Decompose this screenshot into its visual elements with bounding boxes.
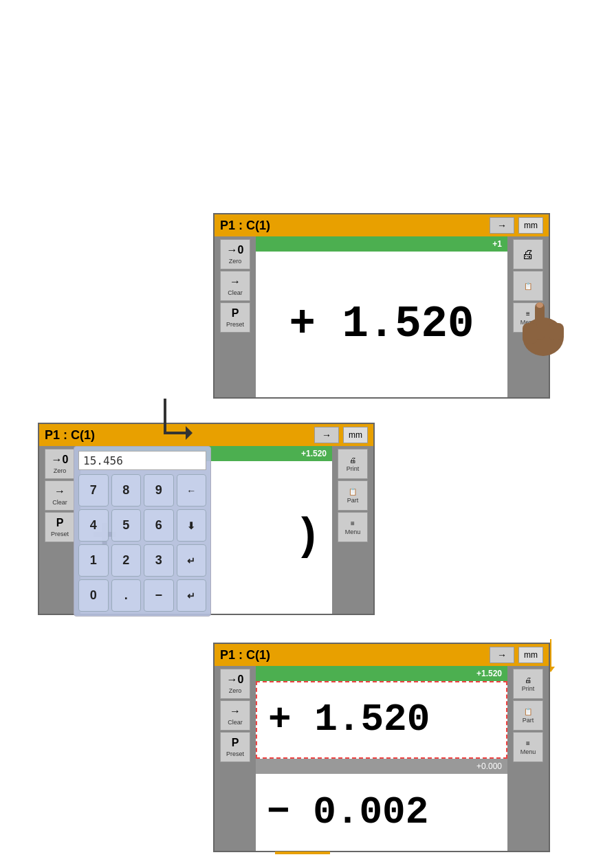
panel3-zero-button[interactable]: →0 Zero	[220, 669, 250, 699]
key-9[interactable]: 9	[144, 474, 174, 507]
clear-icon: →	[54, 485, 65, 498]
numpad-overlay[interactable]: 15.456 7 8 9 ← 4 5 6 ⬇ 1 2 3 ↵ 0 . − ↵	[74, 446, 211, 616]
zero-icon: →0	[227, 244, 244, 256]
key-1[interactable]: 1	[78, 544, 109, 577]
key-5[interactable]: 5	[111, 509, 142, 542]
panel3-print-button[interactable]: 🖨 Print	[513, 669, 543, 699]
panel3-right-sidebar: 🖨 Print 📋 Part ≡ Menu	[507, 666, 549, 851]
key-backspace[interactable]: ←	[177, 474, 207, 507]
part-icon: 📋	[524, 708, 532, 715]
preset-label: Preset	[51, 531, 69, 537]
panel3-part-button[interactable]: 📋 Part	[513, 700, 543, 731]
key-4[interactable]: 4	[78, 509, 109, 542]
panel1-main: +1 + 1.520	[256, 236, 507, 397]
panel1-left-sidebar: →0 Zero → Clear P Preset	[215, 236, 256, 397]
panel1: P1 : C(1) → mm →0 Zero → Clear P Preset …	[213, 213, 550, 399]
key-2[interactable]: 2	[111, 544, 142, 577]
panel1-zero-button[interactable]: →0 Zero	[220, 239, 250, 269]
zero-label: Zero	[229, 258, 242, 265]
channel2-gray-bar-value: +0.000	[476, 761, 502, 771]
panel3: P1 : C(1) → mm →0 Zero → Clear P Preset	[213, 643, 550, 852]
part-icon: 📋	[349, 488, 357, 496]
key-enter1[interactable]: ↵	[177, 544, 207, 577]
panel2-print-button[interactable]: 🖨 Print	[338, 449, 368, 479]
panel1-preset-button[interactable]: P Preset	[220, 302, 250, 333]
menu-label: Menu	[520, 748, 536, 755]
channel2-gray-bar: +0.000	[256, 759, 507, 774]
print-icon: 🖨	[349, 456, 356, 464]
panel2-title-right: → mm	[314, 427, 368, 443]
panel2-part-button[interactable]: 📋 Part	[338, 480, 368, 511]
print-icon: 🖨	[525, 676, 531, 684]
panel1-green-bar: +1	[256, 236, 507, 252]
panel1-display: + 1.520	[256, 252, 507, 397]
panel3-main: +1.520 + 1.520 +0.000 − 0.002	[256, 666, 507, 851]
key-8[interactable]: 8	[111, 474, 142, 507]
panel3-preset-button[interactable]: P Preset	[220, 732, 250, 762]
menu-icon: ≡	[526, 739, 530, 747]
panel2: P1 : C(1) → mm →0 Zero → Clear P Preset …	[38, 423, 375, 615]
clear-label: Clear	[52, 499, 67, 506]
panel3-clear-button[interactable]: → Clear	[220, 700, 250, 731]
bottom-indicator-bar	[275, 852, 330, 854]
panel2-zero-button[interactable]: →0 Zero	[45, 449, 75, 479]
zero-label: Zero	[229, 687, 242, 694]
panel1-titlebar: P1 : C(1) → mm	[215, 214, 549, 236]
key-minus[interactable]: −	[144, 579, 174, 612]
panel2-right-sidebar: 🖨 Print 📋 Part ≡ Menu	[332, 446, 373, 614]
panel1-title-right: → mm	[490, 217, 543, 234]
preset-label: Preset	[226, 750, 244, 757]
key-7[interactable]: 7	[78, 474, 109, 507]
print-icon: 🖨	[522, 247, 534, 262]
panel1-arrow-button[interactable]: →	[490, 217, 514, 234]
part-label: Part	[347, 497, 359, 504]
yellow-indicator-arrow	[550, 639, 551, 667]
panel3-arrow-button[interactable]: →	[490, 647, 514, 663]
panel3-left-sidebar: →0 Zero → Clear P Preset	[215, 666, 256, 851]
key-dot[interactable]: .	[111, 579, 142, 612]
channel1-green-bar-value: +1.520	[476, 669, 502, 678]
numpad-grid: 7 8 9 ← 4 5 6 ⬇ 1 2 3 ↵ 0 . − ↵	[78, 474, 206, 612]
key-down[interactable]: ⬇	[177, 509, 207, 542]
panel3-titlebar: P1 : C(1) → mm	[215, 644, 549, 666]
panel3-menu-button[interactable]: ≡ Menu	[513, 732, 543, 762]
panel2-clear-button[interactable]: → Clear	[45, 480, 75, 511]
panel2-body: →0 Zero → Clear P Preset +1.520 + ) 🖨	[39, 446, 373, 614]
key-6[interactable]: 6	[144, 509, 174, 542]
panel1-body: →0 Zero → Clear P Preset +1 + 1.520 🖨	[215, 236, 549, 397]
panel2-title: P1 : C(1)	[45, 428, 95, 443]
key-enter2[interactable]: ↵	[177, 579, 207, 612]
panel1-display-value: + 1.520	[289, 300, 474, 349]
zero-label: Zero	[54, 467, 67, 474]
panel2-titlebar: P1 : C(1) → mm	[39, 424, 373, 446]
panel1-title: P1 : C(1)	[220, 219, 270, 233]
zero-icon: →0	[52, 454, 69, 466]
zero-icon: →0	[227, 674, 244, 686]
channel1-value: + 1.520	[268, 698, 430, 742]
menu-label: Menu	[345, 528, 361, 535]
panel3-title-right: → mm	[490, 647, 543, 663]
channel1-row: +1.520 + 1.520	[256, 666, 507, 759]
panel1-clear-button[interactable]: → Clear	[220, 271, 250, 301]
clear-label: Clear	[228, 289, 243, 296]
panel1-print-button[interactable]: 🖨	[513, 239, 543, 269]
channel2-value: − 0.002	[267, 790, 428, 834]
part-label: Part	[523, 717, 534, 724]
connector-arrow	[151, 395, 206, 443]
panel2-preset-button[interactable]: P Preset	[45, 512, 75, 542]
key-0[interactable]: 0	[78, 579, 109, 612]
panel2-menu-button[interactable]: ≡ Menu	[338, 512, 368, 542]
panel1-unit-button[interactable]: mm	[518, 217, 543, 234]
numpad-display: 15.456	[78, 451, 206, 470]
panel2-green-bar-value: +1.520	[301, 449, 327, 458]
key-3[interactable]: 3	[144, 544, 174, 577]
hand-pointer	[516, 289, 571, 357]
svg-point-4	[536, 302, 543, 308]
panel3-body: →0 Zero → Clear P Preset +1.520 + 1.520	[215, 666, 549, 851]
panel2-unit-button[interactable]: mm	[343, 427, 368, 443]
panel3-unit-button[interactable]: mm	[518, 647, 543, 663]
panel1-green-bar-value: +1	[492, 239, 502, 249]
numpad-value: 15.456	[83, 454, 123, 467]
clear-label: Clear	[228, 719, 243, 726]
panel2-arrow-button[interactable]: →	[314, 427, 339, 443]
